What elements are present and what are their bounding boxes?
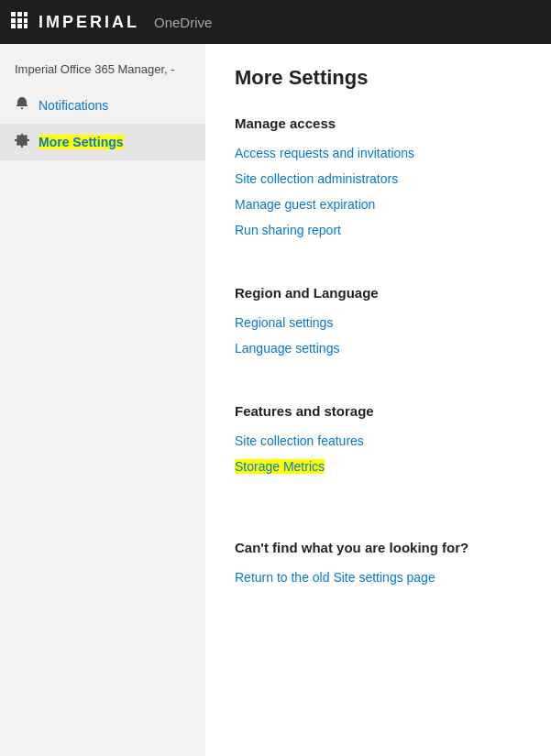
sidebar-item-notifications[interactable]: Notifications — [0, 87, 205, 124]
main-content: More Settings Manage access Access reque… — [205, 44, 551, 756]
bell-icon — [15, 96, 29, 115]
svg-rect-3 — [11, 18, 16, 23]
sidebar-header: Imperial Office 365 Manager, - — [0, 62, 205, 87]
app-name: OneDrive — [154, 15, 212, 30]
svg-rect-6 — [11, 24, 16, 28]
svg-rect-0 — [11, 12, 16, 16]
access-requests-link[interactable]: Access requests and invitations — [235, 146, 522, 160]
manage-access-title: Manage access — [235, 115, 522, 131]
sidebar: Imperial Office 365 Manager, - Notificat… — [0, 44, 205, 756]
app-logo: IMPERIAL — [39, 13, 139, 32]
storage-metrics-link[interactable]: Storage Metrics — [235, 459, 522, 474]
svg-rect-7 — [17, 24, 22, 28]
region-language-title: Region and Language — [235, 285, 522, 301]
features-storage-title: Features and storage — [235, 403, 522, 419]
svg-rect-5 — [24, 18, 28, 23]
svg-rect-2 — [24, 12, 28, 16]
section-region-language: Region and Language Regional settings La… — [235, 285, 522, 356]
manage-guest-link[interactable]: Manage guest expiration — [235, 197, 522, 212]
notifications-label: Notifications — [39, 98, 108, 113]
section-manage-access: Manage access Access requests and invita… — [235, 115, 522, 237]
svg-rect-4 — [17, 18, 22, 23]
site-collection-admins-link[interactable]: Site collection administrators — [235, 171, 522, 186]
svg-rect-8 — [24, 24, 28, 28]
return-old-settings-link[interactable]: Return to the old Site settings page — [235, 570, 522, 585]
site-collection-features-link[interactable]: Site collection features — [235, 433, 522, 448]
run-sharing-link[interactable]: Run sharing report — [235, 223, 522, 237]
grid-icon[interactable] — [11, 12, 28, 33]
section-features-storage: Features and storage Site collection fea… — [235, 403, 522, 474]
page-layout: Imperial Office 365 Manager, - Notificat… — [0, 44, 551, 756]
cant-find-section: Can't find what you are looking for? Ret… — [235, 540, 522, 585]
regional-settings-link[interactable]: Regional settings — [235, 315, 522, 330]
language-settings-link[interactable]: Language settings — [235, 341, 522, 356]
sidebar-item-more-settings[interactable]: More Settings — [0, 124, 205, 160]
gear-icon — [15, 133, 29, 151]
more-settings-label: More Settings — [39, 135, 124, 149]
cant-find-title: Can't find what you are looking for? — [235, 540, 522, 555]
topbar: IMPERIAL OneDrive — [0, 0, 551, 44]
storage-metrics-text: Storage Metrics — [235, 459, 325, 474]
page-title: More Settings — [235, 66, 522, 90]
svg-rect-1 — [17, 12, 22, 16]
